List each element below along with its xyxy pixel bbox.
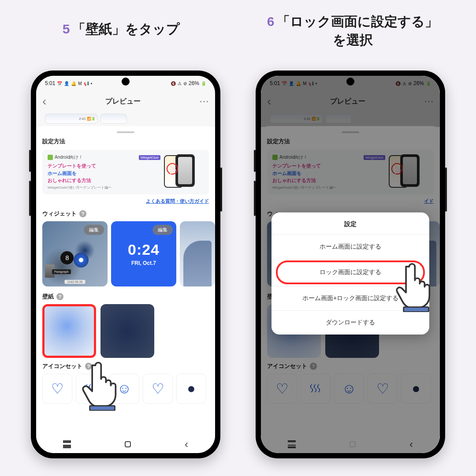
more-button[interactable] [199,96,209,107]
section-widgets: ウィジェット ? [42,210,209,218]
option-set-lock[interactable]: ロック画面に設定する [276,260,425,284]
faq-link[interactable]: よくある質問・使い方ガイド [42,198,209,205]
bottom-sheet: 設定方法 Android向け！ WidgetClub テンプレートを使って ホー… [36,126,215,453]
android-icon [48,155,53,160]
widget-card-clock[interactable]: 編集 0:24 FRI, Oct.7 [111,221,176,286]
clock-date: FRI, Oct.7 [131,260,156,266]
help-icon[interactable]: ? [79,210,86,217]
option-download[interactable]: ダウンロードする [271,310,429,335]
nav-back[interactable] [185,438,188,450]
section-wallpaper: 壁紙 ? [42,293,209,301]
status-time: 5:01 [45,80,55,86]
android-navbar [36,435,215,453]
eight-ball-icon: 8 [60,251,74,264]
calendar-icon: 📅 [57,81,62,86]
nav-home[interactable] [125,441,131,447]
battery-icon: 🔋 [201,81,206,86]
iconset-smiley[interactable]: ☺ [109,374,139,404]
nav-recent[interactable] [63,442,71,446]
phone-step5: 5:01 📅 👤 🔔 M 📢 • 🔇 ⚠ ⊘ 26% 🔋 [31,71,220,458]
status-battery: 26% [189,80,199,86]
person-icon: 👤 [64,81,69,86]
iconset-heart[interactable]: ♡ [42,374,72,404]
iconset-blob[interactable]: ● [176,374,206,404]
widget-card-photo[interactable]: 編集 8 Paragraph 2183 50 26 [42,221,108,286]
iconset-heart-outline[interactable]: ♡ [143,374,173,404]
dot-icon: • [91,81,93,86]
banner-phones-illustration [164,154,204,189]
bell-icon: 🔔 [71,81,76,86]
phone-step6: 5:01 📅 👤 🔔 M 📢 • 🔇 ⚠ ⊘ 26% 🔋 [256,71,445,458]
wallpaper-light-blue[interactable] [42,304,96,358]
camera-hole [346,78,354,86]
settings-modal: 設定 ホーム画面に設定する ロック画面に設定する ホーム画面+ロック画面に設定す… [271,212,429,335]
globe-disc-icon [74,253,89,268]
mute-icon: 🔇 [171,81,176,86]
mini-preview-card [100,114,127,123]
iconset-swirl[interactable]: ᯾ [76,374,106,404]
widgetclub-badge: WidgetClub [139,155,160,160]
card-bottom-tag: 2183 50 26 [64,280,85,284]
sheet-grabber[interactable] [117,131,134,133]
android-label: Android向け！ [55,154,83,160]
howto-banner[interactable]: Android向け！ WidgetClub テンプレートを使って ホーム画面を … [42,150,209,194]
header-title: プレビュー [105,97,141,106]
edit-chip[interactable]: 編集 [152,225,173,235]
widget-card-jeans[interactable] [180,221,215,286]
option-set-both[interactable]: ホーム画面+ロック画面に設定する [271,286,429,310]
step5-number: 5 [63,22,70,36]
mail-icon: M [78,81,82,86]
modal-title: 設定 [271,212,429,234]
section-iconset: アイコンセット ? [42,362,209,370]
clock-time: 0:24 [128,241,160,258]
mini-preview-strip: 2:41 📶🔋 [36,112,215,127]
mini-preview-card: 2:41 📶🔋 [45,114,98,123]
wifi-off-icon: ⚠ [178,81,182,86]
camera-hole [122,78,130,86]
option-set-home[interactable]: ホーム画面に設定する [271,234,429,259]
sheet-title: 設定方法 [42,138,209,145]
help-icon[interactable]: ? [85,363,92,370]
megaphone-icon: 📢 [84,81,89,86]
step6-number: 6 [267,14,275,29]
back-button[interactable] [42,94,46,108]
step5-title: 5「壁紙」をタップ [26,20,216,38]
edit-chip[interactable]: 編集 [84,225,104,235]
step6-title: 6「ロック画面に設定する」 を選択 [247,12,458,49]
help-icon[interactable]: ? [56,293,63,300]
wallpaper-dark-blue[interactable] [100,304,154,358]
app-header: プレビュー [36,91,215,112]
no-sim-icon: ⊘ [183,81,187,86]
paragraph-tag: Paragraph [52,269,71,274]
